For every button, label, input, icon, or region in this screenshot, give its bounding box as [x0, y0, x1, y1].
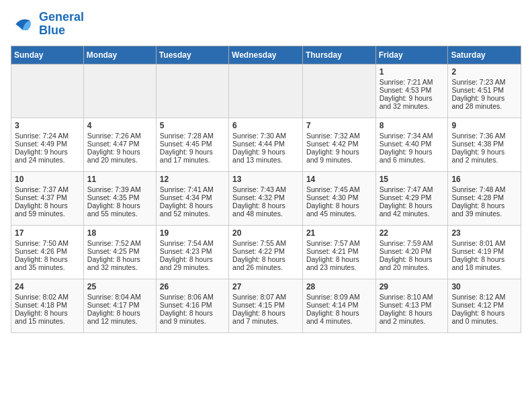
- day-number: 7: [306, 121, 372, 130]
- day-number: 28: [306, 282, 372, 291]
- day-info: Sunrise: 7:47 AM: [380, 185, 445, 193]
- day-info: Daylight: 8 hours and 29 minutes.: [160, 255, 225, 271]
- calendar-cell: 10Sunrise: 7:37 AMSunset: 4:37 PMDayligh…: [11, 171, 84, 225]
- day-number: 15: [380, 175, 445, 184]
- day-info: Sunrise: 8:06 AM: [160, 293, 225, 301]
- day-number: 22: [380, 228, 445, 238]
- day-info: Sunrise: 7:24 AM: [15, 132, 80, 140]
- day-info: Sunrise: 8:02 AM: [15, 293, 80, 301]
- calendar-cell: 5Sunrise: 7:28 AMSunset: 4:45 PMDaylight…: [156, 118, 228, 171]
- day-info: Daylight: 8 hours and 39 minutes.: [451, 201, 517, 218]
- day-info: Daylight: 8 hours and 59 minutes.: [15, 201, 80, 218]
- day-info: Sunset: 4:34 PM: [160, 193, 225, 201]
- day-info: Daylight: 8 hours and 45 minutes.: [306, 201, 372, 218]
- day-info: Sunrise: 7:48 AM: [451, 185, 517, 193]
- calendar-cell: 11Sunrise: 7:39 AMSunset: 4:35 PMDayligh…: [83, 171, 156, 225]
- calendar-cell: [156, 64, 228, 118]
- day-info: Sunrise: 7:43 AM: [232, 185, 299, 193]
- calendar-cell: 9Sunrise: 7:36 AMSunset: 4:38 PMDaylight…: [448, 118, 521, 171]
- day-info: Daylight: 8 hours and 20 minutes.: [380, 255, 445, 271]
- calendar-cell: 2Sunrise: 7:23 AMSunset: 4:51 PMDaylight…: [448, 64, 521, 118]
- calendar-cell: [229, 64, 303, 118]
- day-info: Daylight: 8 hours and 48 minutes.: [232, 201, 299, 218]
- day-number: 2: [451, 67, 517, 77]
- day-number: 21: [306, 228, 372, 238]
- calendar-table: SundayMondayTuesdayWednesdayThursdayFrid…: [11, 46, 521, 333]
- day-info: Daylight: 8 hours and 55 minutes.: [87, 201, 152, 218]
- day-info: Daylight: 9 hours and 32 minutes.: [380, 94, 445, 110]
- day-info: Sunrise: 7:28 AM: [160, 132, 225, 140]
- day-info: Sunset: 4:45 PM: [160, 140, 225, 148]
- week-row-1: 1Sunrise: 7:21 AMSunset: 4:53 PMDaylight…: [11, 64, 521, 118]
- calendar-cell: 30Sunrise: 8:12 AMSunset: 4:12 PMDayligh…: [448, 279, 521, 332]
- day-number: 19: [160, 228, 225, 238]
- day-number: 17: [15, 228, 80, 238]
- day-info: Sunset: 4:21 PM: [306, 247, 372, 255]
- day-info: Sunset: 4:32 PM: [232, 193, 299, 201]
- calendar-cell: 14Sunrise: 7:45 AMSunset: 4:30 PMDayligh…: [302, 171, 375, 225]
- day-info: Sunrise: 7:57 AM: [306, 239, 372, 247]
- day-number: 6: [232, 121, 299, 130]
- day-info: Daylight: 8 hours and 7 minutes.: [232, 309, 299, 325]
- logo-icon: [11, 12, 35, 36]
- day-info: Sunset: 4:35 PM: [87, 193, 152, 201]
- calendar-cell: 24Sunrise: 8:02 AMSunset: 4:18 PMDayligh…: [11, 279, 84, 332]
- day-info: Sunrise: 7:41 AM: [160, 185, 225, 193]
- day-number: 10: [15, 175, 80, 184]
- day-header-thursday: Thursday: [302, 46, 375, 64]
- day-info: Sunset: 4:51 PM: [451, 86, 517, 94]
- week-row-2: 3Sunrise: 7:24 AMSunset: 4:49 PMDaylight…: [11, 118, 521, 171]
- day-info: Daylight: 9 hours and 17 minutes.: [160, 148, 225, 164]
- day-number: 11: [87, 175, 152, 184]
- day-info: Daylight: 9 hours and 24 minutes.: [15, 148, 80, 164]
- day-info: Sunset: 4:49 PM: [15, 140, 80, 148]
- day-info: Daylight: 8 hours and 23 minutes.: [306, 255, 372, 271]
- day-number: 9: [451, 121, 517, 130]
- day-info: Sunset: 4:15 PM: [232, 301, 299, 309]
- day-info: Daylight: 8 hours and 35 minutes.: [15, 255, 80, 271]
- calendar-cell: 13Sunrise: 7:43 AMSunset: 4:32 PMDayligh…: [229, 171, 303, 225]
- day-info: Sunset: 4:53 PM: [380, 86, 445, 94]
- day-number: 13: [232, 175, 299, 184]
- calendar-cell: [11, 64, 84, 118]
- day-info: Sunset: 4:12 PM: [451, 301, 517, 309]
- day-info: Sunset: 4:30 PM: [306, 193, 372, 201]
- day-number: 25: [87, 282, 152, 291]
- day-header-saturday: Saturday: [448, 46, 521, 64]
- day-number: 12: [160, 175, 225, 184]
- day-info: Sunrise: 7:52 AM: [87, 239, 152, 247]
- day-info: Sunrise: 7:21 AM: [380, 78, 445, 86]
- day-number: 26: [160, 282, 225, 291]
- day-info: Daylight: 8 hours and 9 minutes.: [160, 309, 225, 325]
- day-info: Sunset: 4:17 PM: [87, 301, 152, 309]
- calendar-cell: 28Sunrise: 8:09 AMSunset: 4:14 PMDayligh…: [302, 279, 375, 332]
- day-info: Sunrise: 7:45 AM: [306, 185, 372, 193]
- logo: General Blue: [11, 11, 84, 38]
- day-header-monday: Monday: [83, 46, 156, 64]
- day-info: Sunrise: 7:32 AM: [306, 132, 372, 140]
- calendar-cell: 26Sunrise: 8:06 AMSunset: 4:16 PMDayligh…: [156, 279, 228, 332]
- day-info: Sunrise: 7:59 AM: [380, 239, 445, 247]
- calendar-cell: 29Sunrise: 8:10 AMSunset: 4:13 PMDayligh…: [375, 279, 448, 332]
- day-info: Sunset: 4:16 PM: [160, 301, 225, 309]
- day-info: Sunrise: 8:09 AM: [306, 293, 372, 301]
- day-info: Sunset: 4:40 PM: [380, 140, 445, 148]
- day-info: Sunrise: 8:04 AM: [87, 293, 152, 301]
- day-info: Sunset: 4:22 PM: [232, 247, 299, 255]
- day-info: Sunset: 4:26 PM: [15, 247, 80, 255]
- day-header-wednesday: Wednesday: [229, 46, 303, 64]
- day-info: Sunrise: 7:37 AM: [15, 185, 80, 193]
- day-info: Daylight: 9 hours and 9 minutes.: [306, 148, 372, 164]
- day-info: Sunrise: 8:10 AM: [380, 293, 445, 301]
- week-row-5: 24Sunrise: 8:02 AMSunset: 4:18 PMDayligh…: [11, 279, 521, 332]
- calendar-cell: 6Sunrise: 7:30 AMSunset: 4:44 PMDaylight…: [229, 118, 303, 171]
- calendar-cell: 3Sunrise: 7:24 AMSunset: 4:49 PMDaylight…: [11, 118, 84, 171]
- day-info: Sunset: 4:47 PM: [87, 140, 152, 148]
- day-info: Sunset: 4:19 PM: [451, 247, 517, 255]
- day-info: Daylight: 8 hours and 15 minutes.: [15, 309, 80, 325]
- calendar-cell: [302, 64, 375, 118]
- calendar-cell: 18Sunrise: 7:52 AMSunset: 4:25 PMDayligh…: [83, 225, 156, 279]
- page-header: General Blue: [11, 11, 521, 38]
- day-number: 24: [15, 282, 80, 291]
- calendar-cell: 8Sunrise: 7:34 AMSunset: 4:40 PMDaylight…: [375, 118, 448, 171]
